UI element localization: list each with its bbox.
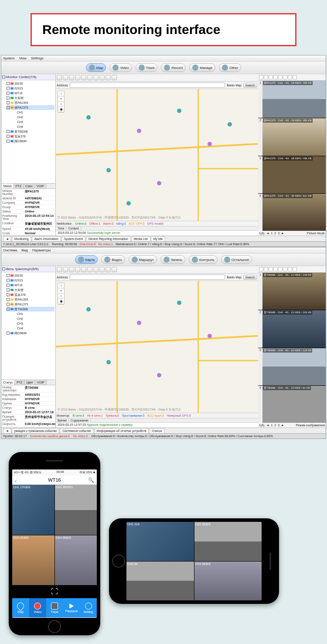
bottom-tab[interactable]: Media List bbox=[131, 236, 150, 241]
tree-node[interactable]: -大宾馆 bbox=[7, 96, 54, 100]
tree-node[interactable]: -宝泉378 bbox=[7, 134, 54, 139]
toolbar-button[interactable]: Map bbox=[86, 63, 106, 72]
phone-camera-feed[interactable]: CH3 5K bbox=[126, 562, 194, 601]
home-button[interactable] bbox=[112, 555, 125, 568]
bottom-tab[interactable]: Список bbox=[149, 428, 164, 433]
tree-node[interactable]: -贵T06368 bbox=[7, 307, 54, 312]
tree-node[interactable]: CH4 bbox=[11, 326, 54, 331]
tree-node[interactable]: CH2 bbox=[11, 115, 54, 120]
search-button[interactable]: Search bbox=[243, 275, 257, 280]
camera-feed[interactable]: 浙PA1375 - CH2 - 4G - 18 KB/S / 450 KB bbox=[262, 118, 326, 155]
tree-node[interactable]: -WT16 bbox=[7, 283, 54, 288]
map-type[interactable]: Baidu Map bbox=[227, 84, 241, 87]
bottom-tab[interactable]: System Event bbox=[61, 236, 85, 241]
info-tab[interactable]: Status bbox=[1, 184, 14, 188]
nav-item-playback[interactable]: Playback bbox=[63, 598, 80, 617]
info-tab[interactable]: VOIP bbox=[35, 380, 47, 385]
phone-bottom-nav[interactable]: MapVideoTrackPlaybackSetting bbox=[12, 598, 97, 617]
tree-node[interactable]: -黑PA1355 bbox=[7, 297, 54, 302]
device-tree[interactable]: -20155-62315-WT16-大宾馆-黑PA1355-浙PA1375CH1… bbox=[1, 80, 55, 183]
tree-node[interactable]: -闽G9899 bbox=[7, 139, 54, 144]
nav-item-video[interactable]: Video bbox=[29, 598, 46, 617]
tree-node[interactable]: CH1 bbox=[11, 110, 54, 115]
camera-feed[interactable]: 贵T06368 - CH3 - 4G - 10 KB/S / 119 KB bbox=[262, 348, 326, 385]
phone-camera-feed[interactable]: CH1 21K bbox=[126, 522, 194, 561]
map-view[interactable]: ↑+−◉ © 2019 Baidu - GS(2018)5572号 - 甲测资字… bbox=[56, 281, 258, 413]
map-zoom-control[interactable]: ↑+−◉ bbox=[58, 283, 65, 305]
camera-toolbar[interactable] bbox=[258, 266, 326, 273]
info-tabs[interactable]: СтатусPTZЦветVOIP bbox=[1, 380, 55, 385]
map-zoom-control[interactable]: ↑+−◉ bbox=[58, 91, 65, 113]
tree-node[interactable]: -黑PA1355 bbox=[7, 100, 54, 105]
search-button[interactable]: Search bbox=[243, 83, 257, 88]
bottom-tab[interactable]: Информация об отчетах устройств bbox=[94, 428, 149, 433]
tree-node[interactable]: -62315 bbox=[7, 86, 54, 91]
tree-node[interactable]: -大宾馆 bbox=[7, 288, 54, 292]
toolbar-button[interactable]: Остальное bbox=[221, 255, 252, 264]
toolbar-button[interactable]: Record bbox=[161, 63, 186, 72]
info-tab[interactable]: PTZ bbox=[15, 380, 24, 385]
fullscreen-icon[interactable]: ⛶ bbox=[51, 588, 58, 596]
toolbar-button[interactable]: Контроль bbox=[189, 255, 218, 264]
camera-feed[interactable]: 浙PA1375 - CH4 - 4G - 25 KB/S / 611 KB bbox=[262, 194, 326, 231]
bottom-tab[interactable]: Monitoring bbox=[12, 236, 31, 241]
menu-item[interactable]: Параметры bbox=[32, 248, 51, 252]
toolbar-button[interactable]: Видео bbox=[101, 255, 125, 264]
tree-node[interactable]: CH4 bbox=[11, 124, 54, 129]
map-toolbar[interactable] bbox=[56, 266, 258, 274]
menu-item[interactable]: Settings bbox=[31, 56, 44, 60]
tree-node[interactable]: CH3 bbox=[11, 120, 54, 124]
tree-header[interactable]: Monitor Center(7/9) bbox=[1, 74, 55, 80]
menu-item[interactable]: Система bbox=[3, 248, 17, 252]
tree-node[interactable]: CH3 bbox=[11, 321, 54, 326]
toolbar-button[interactable]: Video bbox=[109, 63, 132, 72]
info-tab[interactable]: Цвет bbox=[24, 380, 35, 385]
phone-camera-feed[interactable]: CH4 9KB/S bbox=[55, 535, 97, 586]
tree-node[interactable]: -浙PA1375 bbox=[7, 302, 54, 307]
phone-camera-grid[interactable]: CH1 17KB/SCH2 30KB/SCH3 2KB/SCH4 9KB/S bbox=[12, 485, 97, 585]
tree-node[interactable]: -闽G9899 bbox=[7, 331, 54, 336]
info-tab[interactable]: Статус bbox=[1, 380, 15, 385]
nav-item-map[interactable]: Map bbox=[12, 598, 29, 617]
menu-item[interactable]: Вид bbox=[21, 248, 27, 252]
bottom-tab[interactable]: My Ma bbox=[151, 236, 165, 241]
bottom-tab[interactable]: Alarm Information bbox=[32, 236, 61, 241]
tree-node[interactable]: CH2 bbox=[11, 316, 54, 321]
info-tab[interactable]: Color bbox=[24, 184, 35, 188]
toolbar-button[interactable]: Карта bbox=[75, 255, 98, 264]
phone-camera-feed[interactable]: CH4 8KB/S bbox=[194, 562, 262, 601]
camera-feed[interactable]: 贵T06368 - CH2 - 4G - 12 KB/S / 102 KB bbox=[262, 310, 326, 347]
back-icon[interactable]: ‹ bbox=[15, 477, 17, 484]
tree-node[interactable]: -贵T06368 bbox=[7, 129, 54, 134]
map-toolbar[interactable] bbox=[56, 74, 258, 82]
nav-item-setting[interactable]: Setting bbox=[80, 598, 97, 617]
info-tab[interactable]: PTZ bbox=[14, 184, 24, 188]
toolbar-button[interactable]: Запись bbox=[160, 255, 185, 264]
tree-node[interactable]: -WT16 bbox=[7, 91, 54, 96]
info-tabs[interactable]: StatusPTZColorVOIP bbox=[1, 183, 55, 188]
phone-camera-feed[interactable]: CH2 30KB/S bbox=[55, 485, 97, 535]
tree-node[interactable]: -20155 bbox=[7, 81, 54, 86]
menu-item[interactable]: View bbox=[19, 56, 27, 60]
tree-node[interactable]: -宝泉378 bbox=[7, 292, 54, 297]
toolbar-button[interactable]: Other bbox=[219, 63, 241, 72]
toolbar-button[interactable]: Маршрут bbox=[129, 255, 157, 264]
camera-feed[interactable]: 贵T06368 - CH1 - 4G - 11 KB/S / 148 KB bbox=[262, 273, 326, 310]
tree-node[interactable]: -浙PA1375 bbox=[7, 105, 54, 110]
camera-feed[interactable]: 浙PA1375 - CH3 - 4G - 18 KB/S / 436 KB bbox=[262, 156, 326, 193]
camera-footer[interactable]: 1(4)◄123►Picture Mode bbox=[258, 231, 326, 236]
toolbar-button[interactable]: Manage bbox=[189, 63, 215, 72]
device-tree[interactable]: -20155-62315-WT16-大宾馆-宝泉378-黑PA1355-浙PA1… bbox=[1, 272, 55, 380]
menu-item[interactable]: System bbox=[3, 56, 15, 60]
camera-toolbar[interactable] bbox=[258, 74, 326, 81]
home-button[interactable] bbox=[48, 620, 61, 633]
bottom-tab[interactable]: Device Reporting Information bbox=[86, 236, 131, 241]
bottom-tabs[interactable]: ◄рмация о тревожном событииСистемное соб… bbox=[1, 428, 326, 433]
camera-feed[interactable]: 贵T06368 - CH4 - 4G - 15 KB/S / 61 KB bbox=[262, 386, 326, 423]
map-type[interactable]: Baidu Map bbox=[227, 276, 241, 279]
toolbar-button[interactable]: Track bbox=[136, 63, 158, 72]
info-tab[interactable]: VOIP bbox=[35, 184, 46, 188]
phone-camera-feed[interactable]: CH1 17KB/S bbox=[12, 485, 54, 535]
nav-item-track[interactable]: Track bbox=[46, 598, 63, 617]
address-input[interactable] bbox=[70, 274, 225, 280]
